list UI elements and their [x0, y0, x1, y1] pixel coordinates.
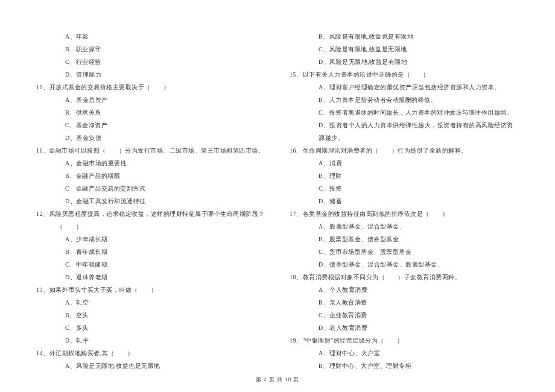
option-text: D、风险是无限地,收益是有限地 — [290, 55, 519, 68]
option-text: A、风险是无限地,收益也是无限地 — [36, 359, 265, 372]
option-text: C、投资者离退休的时间越长，人力资本的对冲效应与缓冲作用越弱。 — [290, 106, 519, 119]
option-text: A、金融市场的重要性 — [36, 157, 265, 169]
option-text: C、中年稳健期 — [36, 258, 265, 271]
option-text: B、股票型基金、债券型基金 — [290, 233, 519, 245]
option-text: D、轧平 — [36, 334, 265, 347]
option-text: C、投资 — [290, 182, 519, 195]
question-text: 19、"中银理财"的经营层级分为（ ） — [290, 334, 519, 347]
option-text: A、少年成长期 — [36, 233, 265, 245]
option-text: A、个人教育消费 — [290, 283, 519, 296]
option-text: D、退休养老期 — [36, 271, 265, 283]
option-text: B、人力资本是指劳动者劳动报酬的终值。 — [290, 93, 519, 106]
option-text: A、年龄 — [36, 30, 265, 43]
option-text: C、行业经验 — [36, 55, 265, 68]
option-text: C、多头 — [36, 321, 265, 334]
option-text: D、投资者个人的人力资本供给弹性越大，投资者持有的高风险经济资源越少。 — [290, 119, 519, 144]
option-text: A、理财中心、大户室 — [290, 347, 519, 359]
option-text: B、供求关系 — [36, 106, 265, 119]
option-text: D、管理能力 — [36, 68, 265, 81]
question-text: 18、教育消费根据对象不同分为（ ）子女教育消费两种。 — [290, 271, 519, 283]
option-text: C、企业教育消费 — [290, 309, 519, 321]
question-text: 15、以下有关人力资本的论述中正确的是（ ） — [290, 68, 519, 81]
option-text: C、基金净资产 — [36, 119, 265, 131]
option-text: D、储蓄 — [290, 195, 519, 207]
option-text: B、理财中心、大户室、理财专柜 — [290, 359, 519, 372]
option-text: B、职业操守 — [36, 43, 265, 55]
question-text: 13、如果外币头寸买大于买，叫做（ ） — [36, 283, 265, 296]
option-text: C、风险是有限地,收益是无限地 — [290, 43, 519, 55]
option-text: A、股票型基金、混合型基金、 — [290, 220, 519, 233]
option-text: B、亲人教育消费 — [290, 296, 519, 309]
page-footer: 第 2 页 共 18 页 — [0, 376, 555, 384]
question-text: 14、外汇期权地购买者,其（ ） — [36, 347, 265, 359]
option-text: D、债券型基金、混合型基金、股票型基金、 — [290, 258, 519, 271]
option-text: B、金融产品的期限 — [36, 169, 265, 182]
question-text: 11、金融市场可以按照（ ）分为发行市场、二级市场、第三市场和第四市场。 — [36, 144, 265, 157]
option-text: A、理财客户经理确定的最优资产应当包括经济资源和人力资本。 — [290, 81, 519, 93]
option-text: D、金融工具发行和流通特征 — [36, 195, 265, 207]
option-text: C、货币市场型基金、股票型基金 — [290, 245, 519, 258]
option-text: B、理财 — [290, 169, 519, 182]
question-text: 16、生命周期理论对消费者的（ ）行为提供了全新的解释。 — [290, 144, 519, 157]
option-text: C、金融产品交易的交割方式 — [36, 182, 265, 195]
option-text: B、青年成长期 — [36, 245, 265, 258]
left-column: A、年龄 B、职业操守 C、行业经验 D、管理能力 10、开放式基金的交易价格主… — [36, 30, 265, 372]
question-text: 10、开放式基金的交易价格主要取决于（ ） — [36, 81, 265, 93]
option-text: B、风险是有限地,收益也是有限地 — [290, 30, 519, 43]
option-text: B、空头 — [36, 309, 265, 321]
option-text: A、基金总资产 — [36, 93, 265, 106]
question-text: 12、风险厌恶程度提高，追求稳定收益，这样的理财特征属于哪个生命周期阶段？（ ） — [36, 207, 265, 233]
option-text: D、老人教育消费 — [290, 321, 519, 334]
right-column: B、风险是有限地,收益也是有限地 C、风险是有限地,收益是无限地 D、风险是无限… — [290, 30, 519, 372]
option-text: D、基金负债 — [36, 131, 265, 144]
option-text: A、轧空 — [36, 296, 265, 309]
option-text: A、消费 — [290, 157, 519, 169]
page-container: A、年龄 B、职业操守 C、行业经验 D、管理能力 10、开放式基金的交易价格主… — [36, 30, 519, 372]
question-text: 17、各类基金的收益特征由高到低的排序依次是（ ） — [290, 207, 519, 220]
